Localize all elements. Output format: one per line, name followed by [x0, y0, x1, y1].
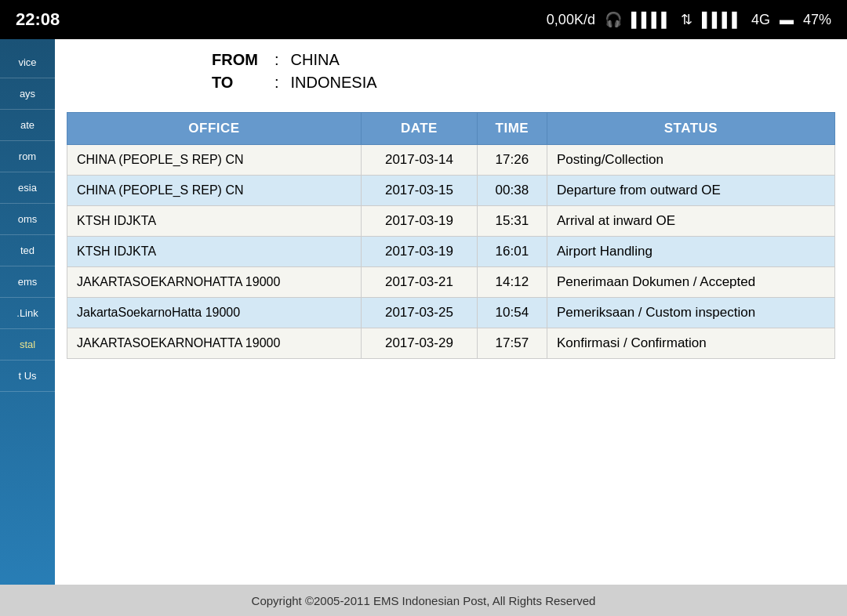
network-speed: 0,00K/d [547, 12, 595, 28]
cell-time: 17:26 [477, 145, 547, 176]
sidebar-item-oms[interactable]: oms [0, 204, 55, 235]
sidebar: vice ays ate rom esia oms ted ems .Link … [0, 39, 55, 616]
from-colon: : [274, 51, 279, 69]
cell-office: JAKARTASOEKARNOHATTA 19000 [67, 267, 362, 298]
status-bar-right: 0,00K/d 🎧 ▌▌▌▌ ⇅ ▌▌▌▌ 4G ▬ 47% [547, 11, 831, 28]
signal-icon-2: ▌▌▌▌ [702, 12, 742, 28]
cell-status: Arrival at inward OE [547, 206, 834, 237]
cell-status: Pemeriksaan / Custom inspection [547, 298, 834, 328]
table-row: KTSH IDJKTA2017-03-1915:31Arrival at inw… [67, 206, 835, 237]
sidebar-item-rom[interactable]: rom [0, 141, 55, 172]
col-time: TIME [477, 113, 547, 145]
to-label: TO [212, 74, 274, 92]
table-row: JAKARTASOEKARNOHATTA 190002017-03-2114:1… [67, 267, 835, 298]
from-value: CHINA [291, 51, 340, 69]
tracking-table: OFFICE DATE TIME STATUS CHINA (PEOPLE_S … [67, 112, 835, 359]
footer-text: Copyright ©2005-2011 EMS Indonesian Post… [252, 594, 596, 607]
cell-status: Posting/Collection [547, 145, 834, 176]
sidebar-item-ems[interactable]: ems [0, 266, 55, 298]
cell-time: 14:12 [477, 267, 547, 298]
cell-date: 2017-03-21 [362, 267, 478, 298]
from-label: FROM [212, 51, 274, 69]
table-header-row: OFFICE DATE TIME STATUS [67, 113, 835, 145]
sidebar-item-tus[interactable]: t Us [0, 361, 55, 392]
headphone-icon: 🎧 [605, 11, 622, 28]
col-date: DATE [362, 113, 478, 145]
cell-office: JakartaSoekarnoHatta 19000 [67, 298, 362, 328]
cell-office: CHINA (PEOPLE_S REP) CN [67, 145, 362, 176]
battery-percent: 47% [803, 12, 831, 28]
cell-time: 10:54 [477, 298, 547, 328]
route-to-row: TO : INDONESIA [212, 74, 823, 92]
cell-status: Airport Handling [547, 237, 834, 267]
cell-office: KTSH IDJKTA [67, 237, 362, 267]
sidebar-item-esia[interactable]: esia [0, 172, 55, 204]
cell-date: 2017-03-15 [362, 176, 478, 206]
sidebar-item-ays[interactable]: ays [0, 78, 55, 110]
route-info: FROM : CHINA TO : INDONESIA [55, 39, 847, 104]
sidebar-item-ted[interactable]: ted [0, 235, 55, 266]
table-row: CHINA (PEOPLE_S REP) CN2017-03-1417:26Po… [67, 145, 835, 176]
col-office: OFFICE [67, 113, 362, 145]
status-bar: 22:08 0,00K/d 🎧 ▌▌▌▌ ⇅ ▌▌▌▌ 4G ▬ 47% [0, 0, 847, 39]
cell-status: Departure from outward OE [547, 176, 834, 206]
network-type: 4G [751, 12, 770, 28]
cell-date: 2017-03-29 [362, 328, 478, 359]
cell-time: 15:31 [477, 206, 547, 237]
sidebar-item-stal[interactable]: stal [0, 329, 55, 361]
table-row: JakartaSoekarnoHatta 190002017-03-2510:5… [67, 298, 835, 328]
cell-status: Penerimaan Dokumen / Accepted [547, 267, 834, 298]
cell-date: 2017-03-19 [362, 206, 478, 237]
cell-office: CHINA (PEOPLE_S REP) CN [67, 176, 362, 206]
cell-office: JAKARTASOEKARNOHATTA 19000 [67, 328, 362, 359]
battery-icon: ▬ [780, 12, 794, 28]
main-content: FROM : CHINA TO : INDONESIA OFFICE DATE … [55, 39, 847, 585]
to-colon: : [274, 74, 279, 92]
cell-office: KTSH IDJKTA [67, 206, 362, 237]
route-from-row: FROM : CHINA [212, 51, 823, 69]
cell-time: 16:01 [477, 237, 547, 267]
footer: Copyright ©2005-2011 EMS Indonesian Post… [0, 585, 847, 616]
to-value: INDONESIA [291, 74, 377, 92]
sidebar-item-link[interactable]: .Link [0, 298, 55, 329]
cell-status: Konfirmasi / Confirmation [547, 328, 834, 359]
col-status: STATUS [547, 113, 834, 145]
cell-date: 2017-03-25 [362, 298, 478, 328]
arrows-icon: ⇅ [681, 11, 693, 28]
cell-time: 17:57 [477, 328, 547, 359]
cell-date: 2017-03-14 [362, 145, 478, 176]
time-display: 22:08 [16, 9, 60, 30]
table-row: JAKARTASOEKARNOHATTA 190002017-03-2917:5… [67, 328, 835, 359]
table-row: CHINA (PEOPLE_S REP) CN2017-03-1500:38De… [67, 176, 835, 206]
sidebar-item-vice[interactable]: vice [0, 47, 55, 78]
table-row: KTSH IDJKTA2017-03-1916:01Airport Handli… [67, 237, 835, 267]
sidebar-item-ate[interactable]: ate [0, 110, 55, 141]
cell-time: 00:38 [477, 176, 547, 206]
signal-icon: ▌▌▌▌ [631, 12, 671, 28]
cell-date: 2017-03-19 [362, 237, 478, 267]
